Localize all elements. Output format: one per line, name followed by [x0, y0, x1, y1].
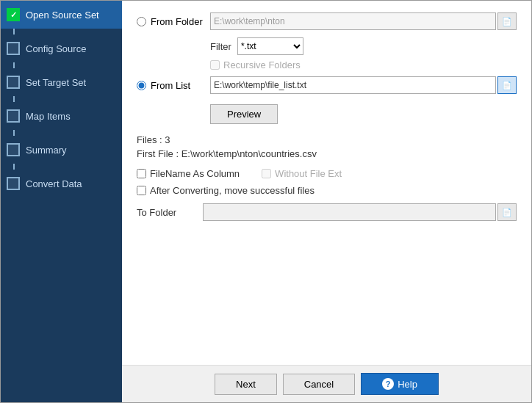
help-icon: ?: [382, 378, 394, 390]
sidebar-label-config-source: Config Source: [26, 43, 86, 54]
sidebar-label-summary: Summary: [26, 145, 67, 156]
step-indicator-map-items: [7, 109, 20, 123]
step-indicator-open-source-set: ✓: [7, 8, 20, 21]
first-file: First File : E:\work\temp\nton\countries…: [137, 148, 517, 159]
from-folder-radio-label[interactable]: From Folder: [137, 16, 210, 27]
sidebar-connector-5: [13, 164, 15, 170]
sidebar-connector-4: [13, 130, 15, 136]
filter-select[interactable]: *.txt: [237, 37, 303, 55]
sidebar-item-map-items[interactable]: Map Items: [1, 102, 122, 130]
help-label: Help: [398, 379, 417, 390]
sidebar-connector-2: [13, 62, 15, 68]
from-folder-browse-button[interactable]: 📄: [497, 12, 517, 30]
to-folder-row: To Folder 📄: [137, 203, 517, 221]
without-file-ext-item: Without File Ext: [262, 168, 342, 179]
filter-label: Filter: [210, 41, 231, 52]
sidebar-item-config-source[interactable]: Config Source: [1, 35, 122, 62]
filename-as-column-label[interactable]: FileName As Column: [150, 168, 240, 179]
main-content: From Folder 📄 Filter *.txt Recursive Fol…: [122, 1, 531, 402]
sidebar-label-set-target-set: Set Target Set: [26, 77, 86, 88]
step-indicator-config-source: [7, 42, 20, 55]
to-folder-browse-button[interactable]: 📄: [497, 203, 517, 221]
without-file-ext-checkbox[interactable]: [262, 169, 271, 178]
filename-as-column-checkbox[interactable]: [137, 169, 146, 178]
from-list-row: From List 📄: [137, 76, 517, 94]
from-list-input[interactable]: [210, 76, 496, 94]
filename-options-row: FileName As Column Without File Ext: [137, 168, 517, 179]
step-indicator-summary: [7, 143, 20, 156]
files-count: Files : 3: [137, 134, 517, 145]
help-button[interactable]: ? Help: [361, 373, 439, 395]
from-list-radio[interactable]: [137, 81, 146, 90]
sidebar-connector-1: [13, 29, 15, 35]
recursive-folders-row: Recursive Folders: [210, 59, 517, 70]
after-converting-row: After Converting, move successful files: [137, 185, 517, 196]
sidebar-label-convert-data: Convert Data: [26, 178, 82, 189]
from-folder-radio[interactable]: [137, 17, 146, 26]
from-folder-input[interactable]: [210, 12, 496, 30]
step-indicator-set-target-set: [7, 76, 20, 89]
sidebar-label-map-items: Map Items: [26, 111, 71, 122]
sidebar-item-summary[interactable]: Summary: [1, 136, 122, 164]
to-folder-label: To Folder: [137, 207, 195, 218]
content-area: From Folder 📄 Filter *.txt Recursive Fol…: [122, 1, 531, 365]
step-indicator-convert-data: [7, 177, 20, 190]
sidebar-item-set-target-set[interactable]: Set Target Set: [1, 68, 122, 96]
bottom-bar: Next Cancel ? Help: [122, 365, 531, 402]
cancel-button[interactable]: Cancel: [283, 374, 355, 395]
without-file-ext-label[interactable]: Without File Ext: [275, 168, 342, 179]
after-converting-checkbox[interactable]: [137, 186, 146, 195]
recursive-folders-checkbox[interactable]: [210, 60, 220, 70]
preview-button[interactable]: Preview: [210, 104, 278, 124]
from-folder-label: From Folder: [151, 16, 203, 27]
from-list-browse-button[interactable]: 📄: [497, 76, 517, 94]
from-list-radio-label[interactable]: From List: [137, 80, 210, 91]
next-button[interactable]: Next: [215, 374, 277, 395]
to-folder-input[interactable]: [203, 203, 496, 221]
sidebar-label-open-source-set: Open Source Set: [26, 10, 99, 21]
sidebar: ✓ Open Source Set Config Source Set Targ…: [1, 1, 122, 402]
sidebar-item-convert-data[interactable]: Convert Data: [1, 170, 122, 197]
from-list-label: From List: [151, 80, 190, 91]
after-converting-label[interactable]: After Converting, move successful files: [150, 185, 314, 196]
from-folder-row: From Folder 📄: [137, 12, 517, 30]
filename-as-column-item: FileName As Column: [137, 168, 240, 179]
recursive-folders-label[interactable]: Recursive Folders: [223, 59, 301, 70]
filter-row: Filter *.txt: [210, 37, 517, 55]
sidebar-connector-3: [13, 96, 15, 102]
sidebar-item-open-source-set[interactable]: ✓ Open Source Set: [1, 1, 122, 29]
